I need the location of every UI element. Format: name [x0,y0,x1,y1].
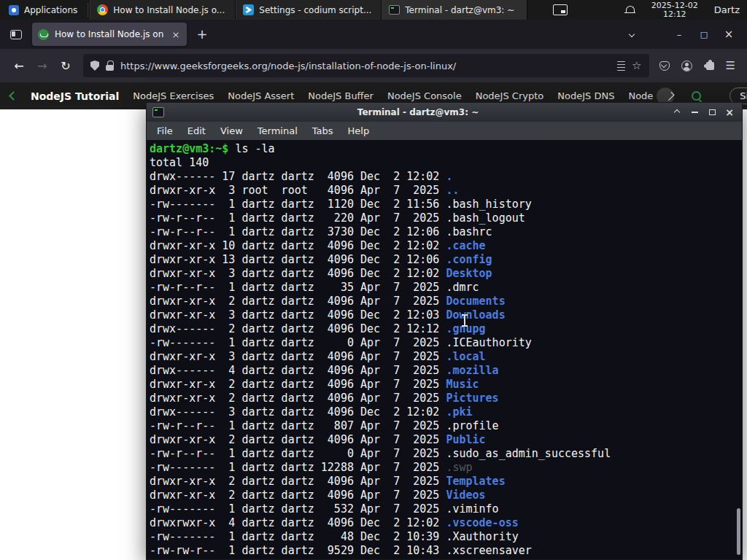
browser-favicon-icon [97,4,108,15]
pocket-icon[interactable] [659,61,670,71]
task-label: Terminal - dartz@vm3: ~ [405,5,514,15]
menu-view[interactable]: View [213,125,250,136]
url-text: https://www.geeksforgeeks.org/node-js/in… [120,61,611,71]
task-button-terminal[interactable]: Terminal - dartz@vm3: ~ [382,0,527,20]
back-button[interactable]: ← [7,55,31,77]
terminal-line: drwx------ 4 dartz dartz 4096 Apr 7 2025… [150,364,740,378]
terminal-line: -rw-r--r-- 1 dartz dartz 220 Apr 7 2025 … [150,211,740,225]
notification-bell-icon[interactable] [624,5,635,15]
reader-mode-icon[interactable] [617,61,625,71]
menu-help[interactable]: Help [341,125,377,136]
task-button-codium[interactable]: Settings - codium script... [236,0,382,20]
panel-separator [88,4,88,17]
terminal-window: Terminal - dartz@vm3: ~ × File Edit View… [146,102,743,560]
tray-terminal-icon[interactable] [553,4,568,15]
nav-scroll-left-icon[interactable] [9,91,18,101]
chevron-right-icon [666,91,675,100]
terminal-line: drwx------ 3 dartz dartz 4096 Dec 2 12:0… [150,405,740,419]
terminal-close-button[interactable]: × [724,107,735,117]
terminal-line: drwxr-xr-x 2 dartz dartz 4096 Apr 7 2025… [150,433,740,447]
bookmark-star-icon[interactable]: ☆ [632,61,641,71]
nav-link-console[interactable]: NodeJS Console [387,90,462,101]
menu-icon[interactable]: ☰ [726,59,735,72]
nav-brand[interactable]: NodeJS Tutorial [31,90,119,102]
chevron-up-icon [674,109,680,115]
terminal-line: -rw------- 1 dartz dartz 532 Apr 7 2025 … [150,502,740,516]
terminal-shade-button[interactable] [672,107,682,117]
new-tab-button[interactable]: + [193,25,212,44]
terminal-line: drwxr-xr-x 3 dartz dartz 4096 Apr 7 2025… [150,350,740,364]
terminal-line: -rw-rw-r-- 1 dartz dartz 9529 Dec 2 10:4… [150,544,740,558]
browser-toolbar: ← → ↻ https://www.geeksforgeeks.org/node… [0,49,747,82]
url-bar[interactable]: https://www.geeksforgeeks.org/node-js/in… [83,54,649,77]
terminal-app-icon [152,107,164,117]
terminal-line: drwxr-xr-x 2 dartz dartz 4096 Apr 7 2025… [150,392,740,405]
terminal-line: -rw-r--r-- 1 dartz dartz 807 Apr 7 2025 … [150,419,740,433]
applications-label: Applications [24,5,77,15]
menu-terminal[interactable]: Terminal [250,125,305,136]
chevron-down-icon [629,31,635,37]
search-icon[interactable] [691,90,703,102]
clock[interactable]: 2025-12-02 12:12 [651,1,698,19]
mouse-cursor-ibeam [461,314,468,327]
reload-button[interactable]: ↻ [54,55,77,77]
nav-link-crypto[interactable]: NodeJS Crypto [476,90,544,101]
account-icon[interactable] [681,61,692,71]
applications-icon [9,5,19,15]
firefox-view-button[interactable] [6,24,26,44]
terminal-menubar: File Edit View Terminal Tabs Help [147,122,742,140]
toolbar-icons: ☰ [655,59,740,72]
terminal-line: drwxr-xr-x 2 dartz dartz 4096 Apr 7 2025… [150,378,740,392]
tab-title: How to Install Node.js on [55,29,165,39]
terminal-line: drwxrwxr-x 4 dartz dartz 4096 Dec 2 12:0… [150,516,740,530]
terminal-line: drwxr-xr-x 2 dartz dartz 4096 Apr 7 2025… [150,489,740,502]
terminal-window-buttons: × [672,107,736,117]
forward-button[interactable]: → [31,55,54,77]
tab-close-icon[interactable]: × [171,29,181,40]
list-all-tabs-button[interactable] [623,32,640,36]
terminal-line: drwxr-xr-x 13 dartz dartz 4096 Dec 2 12:… [150,253,740,267]
nav-link-exercises[interactable]: NodeJS Exercises [133,90,214,101]
terminal-minimize-button[interactable] [689,107,700,117]
maximize-icon [709,109,716,115]
top-panel: Applications How to Install Node.js o...… [0,0,747,20]
terminal-maximize-button[interactable] [707,107,717,117]
lock-icon[interactable] [106,61,114,71]
terminal-line: drwx------ 2 dartz dartz 4096 Dec 2 12:1… [150,322,740,336]
desktop: Applications How to Install Node.js o...… [0,0,747,560]
window-minimize-button[interactable]: – [667,29,692,40]
terminal-title: Terminal - dartz@vm3: ~ [164,107,672,117]
terminal-line: -rw-r--r-- 1 dartz dartz 35 Apr 7 2025 .… [150,281,740,295]
terminal-scrollbar-thumb[interactable] [737,508,740,555]
nav-link-truncated[interactable]: Node [628,90,653,101]
terminal-titlebar[interactable]: Terminal - dartz@vm3: ~ × [147,103,742,122]
terminal-line: drwx------ 17 dartz dartz 4096 Dec 2 12:… [150,170,740,184]
menu-tabs[interactable]: Tabs [305,125,341,136]
extensions-icon[interactable] [706,62,714,70]
user-menu[interactable]: Dartz [714,4,740,15]
clock-date: 2025-12-02 [651,1,698,10]
window-close-button[interactable]: × [716,28,741,41]
terminal-output[interactable]: dartz@vm3:~$ ls -latotal 140drwx------ 1… [147,140,742,559]
nav-link-assert[interactable]: NodeJS Assert [228,90,294,101]
menu-edit[interactable]: Edit [180,125,213,136]
terminal-line: drwxr-xr-x 10 dartz dartz 4096 Dec 2 12:… [150,239,740,253]
applications-menu-button[interactable]: Applications [0,0,86,20]
terminal-line: -rw-r--r-- 1 dartz dartz 0 Apr 7 2025 .s… [150,447,740,461]
active-tab[interactable]: How to Install Node.js on × [32,23,187,46]
nav-link-buffer[interactable]: NodeJS Buffer [308,90,374,101]
task-button-browser[interactable]: How to Install Node.js o... [90,0,236,20]
tab-strip: How to Install Node.js on × + – □ × [0,20,747,49]
nav-link-dns[interactable]: NodeJS DNS [557,90,614,101]
clock-time: 12:12 [651,10,698,19]
terminal-line: drwxr-xr-x 3 dartz dartz 4096 Dec 2 12:0… [150,267,740,281]
menu-file[interactable]: File [150,125,180,136]
terminal-line: -rw------- 1 dartz dartz 48 Dec 2 10:39 … [150,530,740,544]
terminal-line: -rw------- 1 dartz dartz 1120 Dec 2 11:5… [150,198,740,211]
window-maximize-button[interactable]: □ [692,30,716,39]
terminal-line: dartz@vm3:~$ ls -la [150,142,740,156]
tracking-protection-shield-icon[interactable] [90,61,99,71]
terminal-line: -rw------- 1 dartz dartz 12288 Apr 7 202… [150,461,740,475]
terminal-line: drwxr-xr-x 2 dartz dartz 4096 Apr 7 2025… [150,475,740,489]
terminal-line: total 140 [150,156,740,170]
